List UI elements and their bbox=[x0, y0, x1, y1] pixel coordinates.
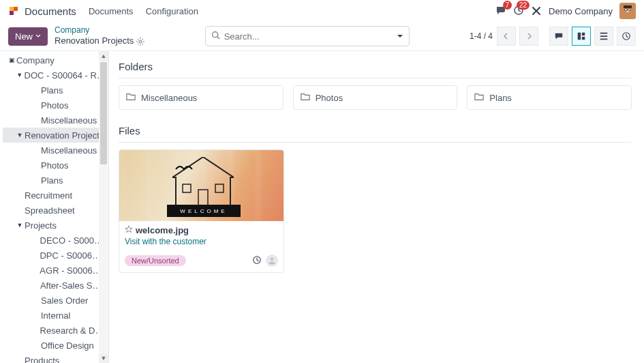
tree-item[interactable]: Recruitment bbox=[3, 188, 108, 203]
tree-item-label: Plans bbox=[41, 175, 63, 186]
tree-item[interactable]: Miscellaneous bbox=[3, 143, 108, 158]
chevron-down-icon[interactable]: ▼ bbox=[16, 72, 23, 78]
new-button-label: New bbox=[15, 31, 33, 42]
user-avatar[interactable] bbox=[619, 3, 636, 19]
svg-rect-13 bbox=[215, 184, 224, 192]
svg-point-7 bbox=[212, 32, 217, 38]
tree-item-label: DOC - S00064 - Re... bbox=[25, 70, 106, 81]
search-input[interactable] bbox=[224, 31, 403, 42]
gear-icon[interactable] bbox=[136, 38, 144, 46]
tree-item[interactable]: Miscellaneous bbox=[3, 113, 108, 128]
scroll-up-icon[interactable]: ▲ bbox=[99, 51, 108, 61]
search-dropdown-icon[interactable] bbox=[397, 31, 403, 42]
tree-item-label: Spreadsheet bbox=[25, 205, 75, 216]
tree-item-label: Photos bbox=[41, 160, 68, 171]
thumbnail-caption: WELCOME bbox=[167, 205, 241, 217]
svg-rect-9 bbox=[582, 33, 585, 35]
tree-item[interactable]: Research & Deve... bbox=[3, 323, 108, 338]
menu-configuration[interactable]: Configuration bbox=[146, 6, 198, 16]
breadcrumb-current: Renovation Projects bbox=[55, 35, 134, 47]
tree-item[interactable]: AGR - S00066 - S... bbox=[3, 263, 108, 278]
activity-icon[interactable] bbox=[252, 255, 262, 267]
tree-item-label: Projects bbox=[25, 220, 57, 231]
star-icon[interactable] bbox=[125, 225, 133, 235]
tree-item-label: Internal bbox=[41, 310, 70, 321]
folder-root-icon[interactable]: ▣ bbox=[8, 57, 15, 63]
sidebar-scrollbar[interactable]: ▲ ▼ bbox=[99, 51, 108, 363]
chevron-down-icon[interactable]: ▼ bbox=[16, 132, 23, 139]
tree-item[interactable]: ▼Projects bbox=[3, 218, 108, 233]
tree-item-label: Office Design bbox=[41, 340, 94, 351]
tree-item[interactable]: ▼Renovation Projects bbox=[3, 128, 108, 143]
tree-item[interactable]: After-Sales Servi... bbox=[3, 278, 108, 293]
folder-card[interactable]: Plans bbox=[467, 85, 632, 110]
view-list-button[interactable] bbox=[594, 27, 613, 46]
files-heading: Files bbox=[119, 125, 632, 136]
folder-card[interactable]: Photos bbox=[293, 85, 458, 110]
company-name[interactable]: Demo Company bbox=[549, 6, 613, 16]
messaging-icon[interactable]: 7 bbox=[495, 5, 506, 18]
svg-rect-12 bbox=[183, 184, 191, 192]
view-chat-button[interactable] bbox=[549, 27, 568, 46]
tree-item-label: Renovation Projects bbox=[25, 130, 104, 141]
pager-next-button[interactable] bbox=[519, 27, 538, 46]
tools-icon[interactable] bbox=[531, 5, 542, 16]
folder-name: Photos bbox=[316, 93, 343, 103]
svg-rect-3 bbox=[624, 5, 632, 8]
menu-documents[interactable]: Documents bbox=[89, 6, 134, 16]
tree-item[interactable]: Plans bbox=[3, 173, 108, 188]
activities-icon[interactable]: 22 bbox=[513, 5, 524, 18]
svg-rect-8 bbox=[578, 33, 581, 40]
folder-name: Plans bbox=[489, 93, 512, 103]
svg-point-6 bbox=[139, 40, 142, 43]
owner-avatar[interactable] bbox=[266, 255, 278, 267]
tree-item-label: Photos bbox=[41, 100, 68, 111]
tree-item[interactable]: ▣Company bbox=[3, 53, 108, 68]
tree-item[interactable]: Office Design bbox=[3, 338, 108, 353]
view-activity-button[interactable] bbox=[617, 27, 636, 46]
breadcrumb-parent[interactable]: Company bbox=[55, 25, 144, 36]
new-button[interactable]: New bbox=[8, 27, 48, 46]
scroll-down-icon[interactable]: ▼ bbox=[99, 353, 108, 363]
scroll-thumb[interactable] bbox=[100, 62, 107, 164]
activities-badge: 22 bbox=[517, 1, 530, 10]
file-tag[interactable]: New/Unsorted bbox=[125, 255, 186, 266]
folder-card[interactable]: Miscellaneous bbox=[119, 85, 283, 110]
tree-item[interactable]: ▼DOC - S00064 - Re... bbox=[3, 68, 108, 83]
tree-item-label: Miscellaneous bbox=[41, 145, 97, 156]
pager-prev-button[interactable] bbox=[497, 27, 516, 46]
chevron-down-icon[interactable]: ▼ bbox=[16, 222, 23, 229]
tree-item[interactable]: Plans bbox=[3, 83, 108, 98]
app-logo[interactable] bbox=[8, 5, 19, 16]
tree-item-label: Sales Order bbox=[41, 295, 88, 306]
svg-rect-14 bbox=[198, 190, 208, 206]
tree-item-label: Miscellaneous bbox=[41, 115, 97, 126]
tree-item[interactable]: Spreadsheet bbox=[3, 203, 108, 218]
tree-item-label: DECO - S00068 -... bbox=[40, 235, 106, 246]
tree-item-label: Research & Deve... bbox=[40, 325, 106, 336]
tree-item-label: Company bbox=[16, 55, 55, 66]
app-title[interactable]: Documents bbox=[25, 5, 76, 17]
search-box[interactable] bbox=[205, 26, 410, 46]
view-kanban-button[interactable] bbox=[572, 27, 591, 46]
tree-item[interactable]: Internal bbox=[3, 308, 108, 323]
tree-item-label: AGR - S00066 - S... bbox=[40, 265, 106, 276]
svg-rect-10 bbox=[582, 37, 585, 40]
tree-item[interactable]: Photos bbox=[3, 98, 108, 113]
tree-item[interactable]: DECO - S00068 -... bbox=[3, 233, 108, 248]
folder-name: Miscellaneous bbox=[141, 93, 197, 103]
tree-item[interactable]: Products bbox=[3, 353, 108, 363]
file-subtitle[interactable]: Visit with the customer bbox=[125, 237, 278, 246]
tree-item[interactable]: Sales Order bbox=[3, 293, 108, 308]
messaging-badge: 7 bbox=[503, 1, 512, 10]
folder-icon bbox=[474, 92, 484, 104]
tree-item-label: DPC - S00067 - S... bbox=[40, 250, 106, 261]
file-card[interactable]: WELCOME welcome.jpg Visit with the custo… bbox=[119, 149, 284, 273]
tree-item[interactable]: DPC - S00067 - S... bbox=[3, 248, 108, 263]
tree-item-label: After-Sales Servi... bbox=[40, 280, 106, 291]
pager-text[interactable]: 1-4 / 4 bbox=[470, 31, 493, 41]
tree-item-label: Products bbox=[25, 355, 59, 364]
tree-item[interactable]: Photos bbox=[3, 158, 108, 173]
file-thumbnail[interactable]: WELCOME bbox=[119, 150, 283, 221]
tree-item-label: Plans bbox=[41, 85, 63, 96]
